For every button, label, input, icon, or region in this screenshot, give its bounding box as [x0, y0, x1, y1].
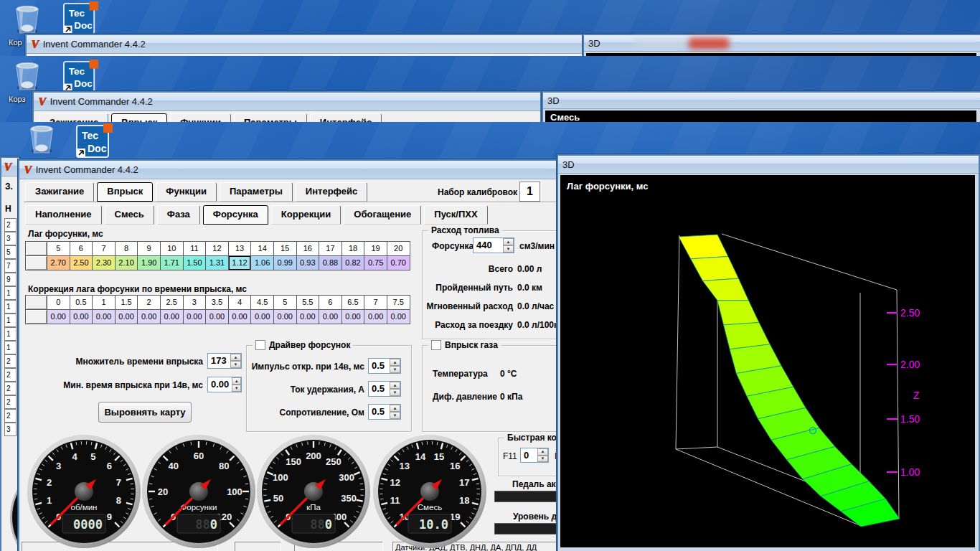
- col-header[interactable]: 5.5: [297, 296, 319, 309]
- col-header[interactable]: 5: [274, 296, 296, 309]
- recycle-bin-icon[interactable]: [26, 122, 57, 155]
- col-header[interactable]: 6.5: [342, 296, 364, 309]
- col-header[interactable]: 18: [342, 242, 364, 255]
- tab-Параметры[interactable]: Параметры: [220, 182, 293, 202]
- col-header[interactable]: 8: [116, 242, 138, 255]
- tab-Пуск/ПХХ[interactable]: Пуск/ПХХ: [424, 205, 487, 225]
- spin-up[interactable]: ▲: [232, 377, 241, 385]
- col-header[interactable]: 17: [319, 242, 341, 255]
- spin-down[interactable]: ▼: [390, 412, 400, 419]
- spin-up[interactable]: ▲: [230, 354, 241, 361]
- value-cell[interactable]: 1.50: [184, 256, 206, 270]
- value-cell[interactable]: 0.00: [206, 310, 228, 324]
- value-cell[interactable]: 2.70: [47, 256, 70, 270]
- titlebar[interactable]: V: [1, 158, 19, 176]
- tab-Форсунка[interactable]: Форсунка: [203, 205, 268, 225]
- recycle-bin-icon[interactable]: [11, 59, 43, 92]
- tab-Наполнение[interactable]: Наполнение: [25, 205, 102, 225]
- value-cell[interactable]: 1.90: [138, 256, 160, 270]
- spin-up[interactable]: ▲: [390, 382, 400, 389]
- tab-Коррекции[interactable]: Коррекции: [271, 205, 341, 225]
- tab-Интерфейс[interactable]: Интерфейс: [296, 182, 367, 202]
- value-cell[interactable]: 0.00: [319, 310, 341, 324]
- value-cell[interactable]: 0.00: [70, 310, 93, 324]
- value-cell[interactable]: 0.00: [342, 310, 364, 324]
- tab-Интерфейс[interactable]: Интерфейс: [310, 113, 382, 122]
- col-header[interactable]: 0.5: [70, 296, 93, 309]
- value-cell[interactable]: 2.30: [93, 256, 115, 270]
- col-header[interactable]: 12: [206, 242, 228, 255]
- titlebar[interactable]: V Invent Commander 4.4.2: [27, 35, 587, 54]
- value-cell[interactable]: 2.50: [70, 256, 93, 270]
- value-cell[interactable]: 0.00: [229, 310, 251, 324]
- calibration-set-value[interactable]: 1: [519, 182, 540, 202]
- value-cell[interactable]: 1.12: [229, 256, 251, 270]
- spin-up[interactable]: ▲: [503, 238, 514, 245]
- value-cell[interactable]: 0.93: [297, 256, 319, 270]
- row-header[interactable]: [26, 310, 47, 324]
- gas-checkbox[interactable]: [431, 340, 441, 350]
- col-header[interactable]: 0: [47, 296, 70, 309]
- align-map-button[interactable]: Выровнять карту: [98, 402, 192, 423]
- value-cell[interactable]: 0.82: [342, 256, 364, 270]
- col-header[interactable]: 20: [387, 242, 410, 255]
- col-header[interactable]: 4.5: [251, 296, 273, 309]
- value-cell[interactable]: 0.00: [138, 310, 160, 324]
- value-cell[interactable]: 0.00: [116, 310, 138, 324]
- value-cell[interactable]: 0.75: [364, 256, 387, 270]
- surface-plot-svg[interactable]: 2.502.001.501.00Z: [560, 175, 975, 547]
- driver-row-spinner[interactable]: 0.5▲▼: [368, 404, 401, 420]
- spin-down[interactable]: ▼: [232, 385, 241, 392]
- col-header[interactable]: 16: [297, 242, 319, 255]
- col-header[interactable]: 7.5: [387, 296, 410, 309]
- spin-up[interactable]: ▲: [390, 359, 400, 366]
- spin-down[interactable]: ▼: [390, 389, 400, 396]
- recycle-bin-icon[interactable]: [11, 2, 43, 35]
- driver-checkbox[interactable]: [255, 340, 265, 350]
- tecdoc-icon[interactable]: Tec Doc: [62, 1, 100, 37]
- value-cell[interactable]: 0.00: [47, 310, 70, 324]
- spin-down[interactable]: ▼: [503, 245, 514, 253]
- value-cell[interactable]: 0.00: [161, 310, 183, 324]
- value-cell[interactable]: 0.00: [93, 310, 115, 324]
- value-cell[interactable]: 0.00: [364, 310, 387, 324]
- driver-row-spinner[interactable]: 0.5▲▼: [368, 358, 401, 374]
- col-header[interactable]: 1: [93, 296, 115, 309]
- f11-spinner[interactable]: 0 ▲▼: [520, 448, 549, 463]
- value-cell[interactable]: 1.71: [161, 256, 183, 270]
- col-header[interactable]: 3.5: [206, 296, 228, 309]
- tab-Параметры[interactable]: Параметры: [234, 113, 307, 122]
- value-cell[interactable]: 0.88: [319, 256, 341, 270]
- injector-flow-spinner[interactable]: 440 ▲▼: [473, 237, 514, 253]
- col-header[interactable]: 19: [364, 242, 387, 255]
- col-header[interactable]: 4: [229, 296, 251, 309]
- col-header[interactable]: 10: [161, 242, 183, 255]
- min-time-spinner[interactable]: 0.00 ▲▼: [207, 377, 242, 392]
- tab-Фаза[interactable]: Фаза: [157, 205, 200, 225]
- value-cell[interactable]: 1.31: [206, 256, 228, 270]
- tab-Зажигание[interactable]: Зажигание: [25, 182, 94, 202]
- col-header[interactable]: 2: [138, 296, 160, 309]
- col-header[interactable]: 9: [138, 242, 160, 255]
- spin-down[interactable]: ▼: [537, 456, 548, 463]
- col-header[interactable]: 6: [70, 242, 93, 255]
- value-cell[interactable]: 0.00: [387, 310, 410, 324]
- col-header[interactable]: 1.5: [116, 296, 138, 309]
- col-header[interactable]: 6: [319, 296, 341, 309]
- value-cell[interactable]: 0.00: [274, 310, 296, 324]
- titlebar[interactable]: 3D: [543, 93, 980, 109]
- col-header[interactable]: 3: [184, 296, 206, 309]
- col-header[interactable]: 7: [93, 242, 115, 255]
- col-header[interactable]: 15: [274, 242, 296, 255]
- col-header[interactable]: 7: [364, 296, 387, 309]
- value-cell[interactable]: 0.99: [274, 256, 296, 270]
- close-button-blurred[interactable]: [689, 37, 729, 49]
- tab-Смесь[interactable]: Смесь: [105, 205, 154, 225]
- col-header[interactable]: 2.5: [161, 296, 183, 309]
- value-cell[interactable]: 0.00: [184, 310, 206, 324]
- value-cell[interactable]: 0.00: [297, 310, 319, 324]
- spin-up[interactable]: ▲: [390, 405, 400, 412]
- tecdoc-icon[interactable]: Tec Doc: [62, 60, 100, 95]
- tab-Впрыск[interactable]: Впрыск: [97, 182, 153, 202]
- tab-Впрыск[interactable]: Впрыск: [111, 113, 167, 122]
